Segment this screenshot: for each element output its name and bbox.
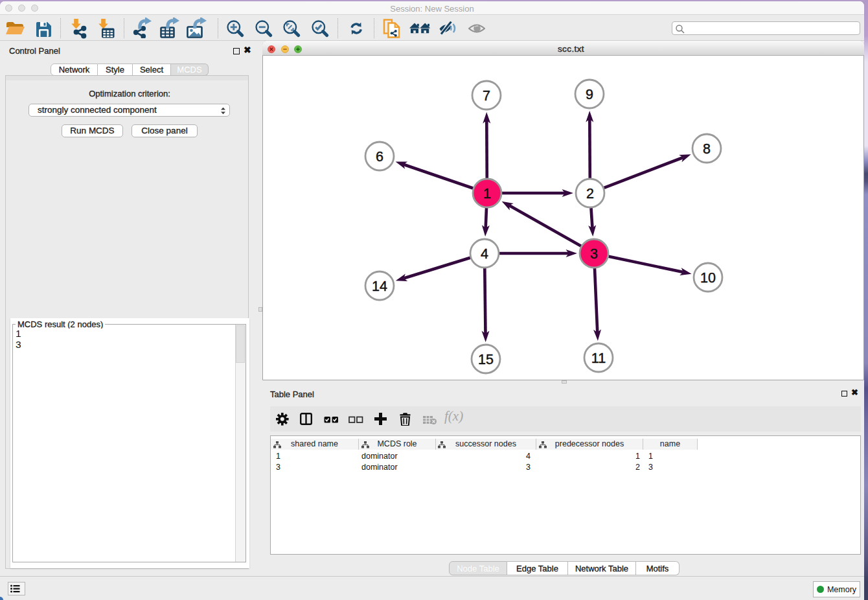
svg-text:8: 8 [703, 141, 711, 157]
svg-text:3: 3 [590, 246, 598, 262]
svg-text:9: 9 [586, 87, 593, 102]
svg-text:6: 6 [376, 149, 383, 165]
svg-text:1: 1 [483, 186, 491, 202]
svg-text:10: 10 [700, 270, 716, 286]
svg-text:7: 7 [483, 88, 490, 104]
svg-text:4: 4 [481, 246, 488, 262]
svg-text:14: 14 [372, 279, 387, 294]
svg-text:11: 11 [591, 351, 606, 366]
svg-text:2: 2 [586, 186, 594, 202]
svg-text:15: 15 [478, 352, 494, 367]
